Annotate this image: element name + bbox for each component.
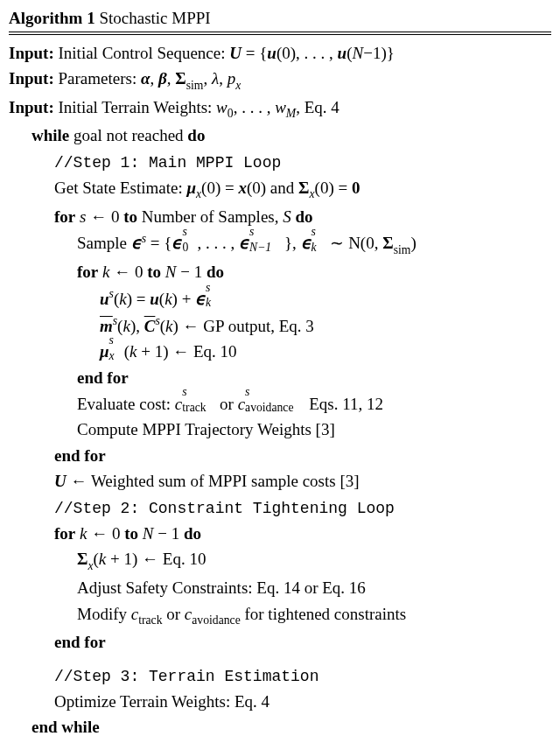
var-u: u (150, 290, 159, 308)
var-Sigma: Σ (298, 179, 309, 197)
var-S: S (283, 207, 291, 226)
text: }, (284, 235, 301, 253)
subscript-sim: sim (186, 79, 204, 92)
text: Initial Terrain Weights: (59, 98, 217, 116)
kw-to: to (147, 263, 161, 281)
kw-do: do (295, 207, 312, 226)
input-label: Input: (9, 44, 54, 62)
kw-for: for (54, 524, 75, 543)
kw-to: to (124, 524, 138, 543)
text: −1)} (363, 44, 395, 62)
subsup: sN−1 (249, 233, 284, 249)
endfor-line: end for (9, 443, 551, 469)
input-label: Input: (9, 98, 54, 116)
var-k: k (164, 290, 172, 308)
sigma-update-line: Σx(k + 1) ← Eq. 10 (9, 546, 551, 575)
var-mu: μ (186, 179, 196, 197)
text: goal not reached (69, 126, 187, 144)
var-eps: ϵ (195, 290, 206, 308)
comment-text: //Step 2: Constraint Tightening Loop (54, 500, 395, 517)
for-k2-line: for k ← 0 to N − 1 do (9, 521, 551, 547)
input-line-1: Input: Initial Control Sequence: U = {u(… (9, 40, 551, 67)
var-c: c (175, 395, 182, 413)
var-eps: ϵ (172, 235, 182, 253)
text: Adjust Safety Constraints: Eq. 14 or Eq.… (77, 578, 366, 597)
kw-endfor: end for (54, 633, 106, 651)
var-N: N (165, 263, 177, 281)
text: for tightened constraints (241, 605, 406, 623)
text: , (136, 317, 144, 335)
kw-do: do (187, 126, 205, 144)
algorithm-body: Input: Initial Control Sequence: U = {u(… (9, 34, 551, 736)
kw-do: do (184, 524, 201, 543)
var-u: u (267, 44, 276, 62)
text: ) + (172, 290, 196, 308)
text: , . . . , (234, 98, 276, 116)
text: ← 0 (87, 524, 124, 543)
algorithm-block: Algorithm 1 Stochastic MPPI Input: Initi… (0, 0, 560, 736)
var-eps: ϵ (301, 235, 312, 253)
algorithm-title: Algorithm 1 Stochastic MPPI (9, 5, 551, 32)
var-mu: μ (100, 342, 109, 361)
var-N-dist: N (348, 235, 360, 253)
text: Initial Control Sequence: (59, 44, 230, 62)
text: (0), . . . , (276, 44, 338, 62)
kw-endfor: end for (54, 446, 106, 465)
subsup: sk (206, 288, 220, 305)
algorithm-name: Stochastic MPPI (99, 9, 210, 27)
subsup: s0 (182, 233, 197, 249)
var-mbar: m (100, 317, 113, 335)
text: Evaluate cost: (77, 395, 175, 413)
subscript-x: x (235, 79, 241, 92)
var-eps: ϵ (239, 235, 249, 253)
text: (0) = (315, 179, 352, 197)
text: (0) and (247, 179, 298, 197)
var-w: w (275, 98, 286, 116)
text: Parameters: (59, 69, 141, 88)
var-Sigma: Σ (175, 69, 186, 88)
kw-endfor: end for (77, 368, 129, 387)
text: , . . . , (198, 235, 240, 253)
text: , (203, 69, 212, 88)
var-c: c (238, 395, 245, 413)
text: , (150, 69, 158, 88)
endfor-line: end for (9, 629, 551, 655)
subsup: sx (109, 340, 124, 357)
var-u: u (100, 290, 109, 308)
text: ← Weighted sum of MPPI sample costs [3] (66, 472, 360, 490)
text: Compute MPPI Trajectory Weights [3] (77, 420, 335, 438)
mu-update-line: μsx(k + 1) ← Eq. 10 (9, 339, 551, 365)
comment-step1: //Step 1: Main MPPI Loop (9, 149, 551, 175)
var-k: k (122, 317, 130, 335)
kw-for: for (54, 207, 75, 226)
text: Sample (77, 235, 131, 253)
text: or (215, 395, 237, 413)
endfor-line: end for (9, 365, 551, 391)
text: = { (146, 235, 172, 253)
text: + 1) ← Eq. 10 (136, 342, 236, 361)
subscript-x: x (196, 187, 201, 200)
sample-eps-line: Sample ϵs = {ϵs0, . . . , ϵsN−1}, ϵsk ∼ … (9, 229, 551, 259)
text: ∼ (326, 235, 349, 253)
var-Cbar: C (144, 317, 156, 335)
var-c: c (131, 605, 138, 623)
comment-text: //Step 1: Main MPPI Loop (54, 154, 281, 172)
kw-do: do (206, 263, 224, 281)
modify-cost-line: Modify ctrack or cavoidance for tightene… (9, 601, 551, 630)
var-zero: 0 (352, 179, 360, 197)
sup-s: s (142, 232, 146, 245)
subscript-x: x (88, 559, 93, 572)
comment-step3: //Step 3: Terrain Estimation (9, 662, 551, 689)
subsup: sk (312, 233, 326, 249)
gp-output-line: ms(k), Cs(k) ← GP output, Eq. 3 (9, 312, 551, 340)
var-N: N (143, 524, 154, 543)
text: ) (410, 235, 416, 253)
kw-to: to (123, 207, 137, 226)
var-alpha: α (141, 69, 150, 88)
text: − 1 (176, 263, 206, 281)
optimize-line: Optimize Terrain Weights: Eq. 4 (9, 689, 551, 715)
u-update-line: us(k) = u(k) + ϵsk (9, 285, 551, 312)
eq-ref: , Eq. 4 (296, 98, 340, 116)
subscript-track: track (138, 613, 162, 627)
subscript-sim: sim (394, 243, 411, 256)
